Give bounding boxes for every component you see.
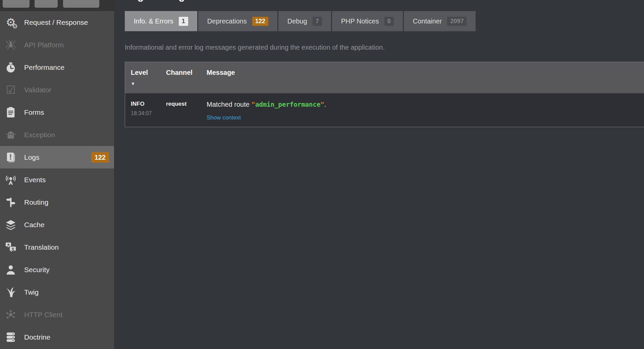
clipboard-icon <box>4 105 18 120</box>
sidebar-item-exception[interactable]: Exception <box>0 123 114 146</box>
show-context-link[interactable]: Show context <box>207 114 241 121</box>
person-icon <box>4 262 18 278</box>
log-level: INFO <box>131 101 166 107</box>
toolbar-button-2[interactable] <box>35 0 58 8</box>
sidebar-item-forms[interactable]: Forms <box>0 101 114 123</box>
sidebar-item-request-response[interactable]: ⚙⚙ Request / Response <box>0 11 114 34</box>
column-header-level[interactable]: Level ▼ <box>131 69 166 93</box>
message-text: Matched route <box>207 101 251 108</box>
log-message-cell: Matched route "admin_performance". Show … <box>207 101 644 127</box>
sidebar-badge: 122 <box>91 152 109 162</box>
broadcast-icon <box>4 172 18 188</box>
tab-php-notices[interactable]: PHP Notices 0 <box>332 11 403 31</box>
sidebar-item-translation[interactable]: a Translation <box>0 236 114 258</box>
column-label-level: Level <box>131 69 148 76</box>
tab-badge: 0 <box>384 17 394 26</box>
log-table-header: Level ▼ Channel Message <box>125 62 644 93</box>
log-message: Matched route "admin_performance". <box>207 101 644 108</box>
sidebar-item-performance[interactable]: Performance <box>0 56 114 79</box>
sidebar-item-routing[interactable]: Routing <box>0 191 114 213</box>
signpost-icon <box>4 195 18 210</box>
tab-badge: 7 <box>313 17 322 26</box>
toolbar <box>0 0 114 11</box>
toolbar-button-1[interactable] <box>3 0 30 8</box>
checkbox-icon: ☑ <box>4 82 18 98</box>
log-level-cell: INFO 18:34:07 <box>131 101 166 127</box>
sidebar-item-api-platform[interactable]: API Platform <box>0 34 114 56</box>
page-title: Log Messages <box>125 0 197 2</box>
tab-badge: 2097 <box>447 17 467 26</box>
sidebar-menu: ⚙⚙ Request / Response API Platform Perfo… <box>0 11 114 348</box>
column-header-channel: Channel <box>166 69 207 93</box>
sidebar: ⚙⚙ Request / Response API Platform Perfo… <box>0 0 114 349</box>
sidebar-item-cache[interactable]: Cache <box>0 213 114 236</box>
gears-icon: ⚙⚙ <box>4 15 18 30</box>
sidebar-item-twig[interactable]: Twig <box>0 281 114 303</box>
layers-icon <box>4 217 18 233</box>
toolbar-button-3[interactable] <box>63 0 99 8</box>
sidebar-item-http-client[interactable]: HTTP Client <box>0 303 114 326</box>
tab-badge: 1 <box>179 17 188 26</box>
close-quote: " <box>320 101 324 108</box>
log-table: Level ▼ Channel Message INFO 18:34:07 re… <box>125 62 644 127</box>
message-period: . <box>324 101 326 108</box>
route-name: admin_performance <box>255 101 320 108</box>
tab-badge: 122 <box>252 17 268 26</box>
log-table-row: INFO 18:34:07 request Matched route "adm… <box>125 93 644 127</box>
sidebar-item-logs[interactable]: Logs 122 <box>0 146 114 168</box>
log-description: Informational and error log messages gen… <box>125 44 385 51</box>
log-time: 18:34:07 <box>131 110 166 116</box>
log-book-icon <box>4 150 18 165</box>
tab-info-errors[interactable]: Info. & Errors 1 <box>125 11 197 31</box>
network-icon <box>4 307 18 322</box>
tab-deprecations[interactable]: Deprecations 122 <box>198 11 277 31</box>
ghost-icon <box>4 127 18 143</box>
svg-text:a: a <box>7 242 10 246</box>
tab-container[interactable]: Container 2097 <box>404 11 476 31</box>
sidebar-item-validator[interactable]: ☑ Validator <box>0 79 114 101</box>
spider-icon <box>4 37 18 53</box>
sidebar-item-doctrine[interactable]: Doctrine <box>0 326 114 348</box>
sidebar-item-security[interactable]: Security <box>0 258 114 281</box>
log-channel: request <box>166 101 207 127</box>
database-icon <box>4 330 18 345</box>
stopwatch-icon <box>4 60 18 75</box>
translation-icon: a <box>4 240 18 255</box>
log-tabs: Info. & Errors 1 Deprecations 122 Debug … <box>125 11 476 31</box>
open-quote: " <box>251 101 255 108</box>
tab-debug[interactable]: Debug 7 <box>278 11 331 31</box>
column-header-message: Message <box>207 69 644 93</box>
main-content: Log Messages Info. & Errors 1 Deprecatio… <box>114 0 644 349</box>
twig-icon <box>4 285 18 300</box>
sort-desc-icon: ▼ <box>131 81 166 86</box>
sidebar-item-events[interactable]: Events <box>0 168 114 191</box>
